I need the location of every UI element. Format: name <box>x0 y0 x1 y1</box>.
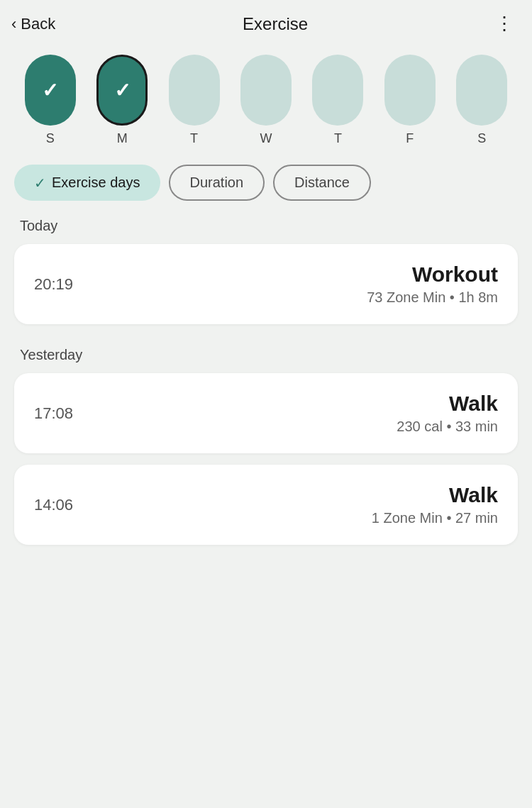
filter-exercise-days[interactable]: ✓ Exercise days <box>14 165 160 201</box>
day-strip: ✓ S ✓ M T W T F S <box>0 48 532 159</box>
activity-name-walk2: Walk <box>372 483 498 507</box>
activity-info-walk1: Walk 230 cal • 33 min <box>397 392 498 435</box>
activity-info-walk2: Walk 1 Zone Min • 27 min <box>372 483 498 526</box>
day-bubble-f <box>384 55 436 126</box>
activity-time-workout: 20:19 <box>34 275 73 294</box>
day-label-w: W <box>260 131 272 146</box>
activity-card-walk2[interactable]: 14:06 Walk 1 Zone Min • 27 min <box>14 465 518 545</box>
filter-distance[interactable]: Distance <box>273 165 371 201</box>
filter-row: ✓ Exercise days Duration Distance <box>0 159 532 215</box>
back-icon: ‹ <box>11 15 16 33</box>
filter-exercise-days-label: Exercise days <box>52 175 140 191</box>
day-item-s2[interactable]: S <box>456 55 507 146</box>
activity-info-workout: Workout 73 Zone Min • 1h 8m <box>367 262 498 306</box>
activity-time-walk1: 17:08 <box>34 404 73 423</box>
activity-card-workout[interactable]: 20:19 Workout 73 Zone Min • 1h 8m <box>14 244 518 324</box>
day-bubble-t2 <box>312 55 363 126</box>
app-header: ‹ Back Exercise ⋮ <box>0 0 532 48</box>
back-button[interactable]: ‹ Back <box>11 15 55 33</box>
activity-detail-walk1: 230 cal • 33 min <box>397 419 498 435</box>
check-icon: ✓ <box>34 175 46 192</box>
day-bubble-s1: ✓ <box>25 55 76 126</box>
day-bubble-t1 <box>169 55 220 126</box>
day-label-s1: S <box>46 131 55 146</box>
filter-duration[interactable]: Duration <box>169 165 265 201</box>
day-item-w[interactable]: W <box>240 55 292 146</box>
day-item-f[interactable]: F <box>384 55 436 146</box>
more-options-icon[interactable]: ⋮ <box>495 13 515 35</box>
day-bubble-w <box>240 55 292 126</box>
activity-detail-walk2: 1 Zone Min • 27 min <box>372 510 498 526</box>
check-icon-m: ✓ <box>114 79 131 102</box>
day-label-m: M <box>117 131 128 146</box>
day-label-t1: T <box>190 131 198 146</box>
day-bubble-m: ✓ <box>96 55 148 126</box>
filter-distance-label: Distance <box>294 175 350 190</box>
section-today: Today <box>0 215 532 244</box>
back-label: Back <box>21 15 55 33</box>
page-title: Exercise <box>243 14 308 34</box>
activity-name-walk1: Walk <box>397 392 498 416</box>
day-label-s2: S <box>477 131 486 146</box>
day-label-f: F <box>406 131 414 146</box>
day-item-t1[interactable]: T <box>169 55 220 146</box>
day-item-t2[interactable]: T <box>312 55 363 146</box>
activity-card-walk1[interactable]: 17:08 Walk 230 cal • 33 min <box>14 373 518 453</box>
filter-duration-label: Duration <box>190 175 244 190</box>
day-label-t2: T <box>334 131 342 146</box>
day-item-m[interactable]: ✓ M <box>96 55 148 146</box>
check-icon-s1: ✓ <box>42 79 58 102</box>
activity-detail-workout: 73 Zone Min • 1h 8m <box>367 289 498 306</box>
section-yesterday: Yesterday <box>0 344 532 373</box>
day-item-s1[interactable]: ✓ S <box>25 55 76 146</box>
activity-time-walk2: 14:06 <box>34 496 73 514</box>
activity-name-workout: Workout <box>367 262 498 287</box>
day-bubble-s2 <box>456 55 507 126</box>
